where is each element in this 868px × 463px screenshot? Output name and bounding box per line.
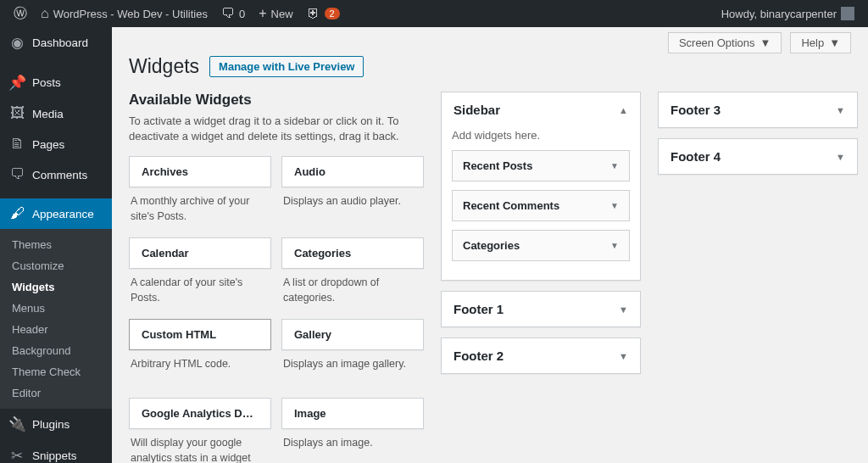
placed-recent-posts[interactable]: Recent Posts▼ — [452, 150, 630, 181]
site-name-link[interactable]: ⌂WordPress - Web Dev - Utilities — [34, 0, 214, 27]
top-actions: Screen Options▼ Help▼ — [129, 27, 851, 53]
widget-gallery[interactable]: Gallery — [281, 319, 424, 350]
menu-pages[interactable]: 🗎Pages — [0, 129, 112, 159]
chevron-down-icon: ▼ — [610, 161, 619, 170]
widget-categories-desc: A list or dropdown of categories. — [281, 269, 424, 309]
submenu-menus[interactable]: Menus — [0, 298, 112, 319]
widgets-columns: Available Widgets To activate a widget d… — [129, 92, 851, 463]
area-sidebar: Sidebar ▲ Add widgets here. Recent Posts… — [441, 92, 641, 281]
widget-audio-desc: Displays an audio player. — [281, 187, 424, 225]
shield-icon: ⛨ — [307, 7, 320, 20]
area-sidebar-header[interactable]: Sidebar ▲ — [442, 92, 640, 127]
chevron-up-icon: ▲ — [619, 105, 628, 115]
available-widgets-grid: Archives A monthly archive of your site'… — [129, 156, 424, 463]
screen-options-button[interactable]: Screen Options▼ — [668, 32, 782, 53]
chevron-down-icon: ▼ — [619, 304, 628, 315]
available-desc: To activate a widget drag it to a sideba… — [129, 114, 424, 144]
widget-custom-html[interactable]: Custom HTML — [129, 319, 271, 350]
available-title: Available Widgets — [129, 92, 424, 109]
area-footer2: Footer 2▼ — [441, 337, 641, 374]
chevron-down-icon: ▼ — [610, 241, 619, 250]
updates-badge: 2 — [325, 8, 340, 20]
widget-archives-desc: A monthly archive of your site's Posts. — [129, 187, 271, 227]
menu-comments[interactable]: 🗨Comments — [0, 159, 112, 190]
area-footer2-header[interactable]: Footer 2▼ — [442, 338, 640, 373]
chevron-down-icon: ▼ — [610, 201, 619, 210]
howdy-text: Howdy, binarycarpenter — [721, 8, 837, 20]
menu-snippets[interactable]: ✂Snippets — [0, 440, 112, 463]
submenu-background[interactable]: Background — [0, 340, 112, 361]
site-name-text: WordPress - Web Dev - Utilities — [53, 8, 208, 20]
area-footer3: Footer 3▼ — [658, 92, 858, 128]
widget-google-analytics-desc: Will display your google analytics stats… — [129, 429, 271, 463]
widget-custom-html-desc: Arbitrary HTML code. — [129, 350, 271, 388]
chevron-down-icon: ▼ — [836, 105, 845, 115]
widget-areas-column-2: Footer 3▼ Footer 4▼ — [658, 92, 858, 185]
comments-count: 0 — [239, 8, 245, 20]
area-footer4-header[interactable]: Footer 4▼ — [659, 139, 857, 174]
howdy-link[interactable]: Howdy, binarycarpenter — [715, 0, 861, 27]
widget-archives[interactable]: Archives — [129, 156, 271, 187]
appearance-submenu: Themes Customize Widgets Menus Header Ba… — [0, 229, 112, 409]
widget-gallery-desc: Displays an image gallery. — [281, 350, 424, 388]
pin-icon: 📌 — [8, 74, 25, 92]
widget-areas-column-1: Sidebar ▲ Add widgets here. Recent Posts… — [441, 92, 641, 384]
submenu-editor[interactable]: Editor — [0, 382, 112, 404]
available-widgets-column: Available Widgets To activate a widget d… — [129, 92, 424, 463]
widget-audio[interactable]: Audio — [281, 156, 424, 187]
menu-plugins[interactable]: 🔌Plugins — [0, 409, 112, 440]
menu-appearance[interactable]: 🖌Appearance — [0, 198, 112, 229]
placed-categories[interactable]: Categories▼ — [452, 230, 630, 261]
avatar — [841, 7, 854, 20]
home-icon: ⌂ — [41, 7, 49, 20]
scissors-icon: ✂ — [8, 447, 25, 463]
updates-link[interactable]: ⛨2 — [300, 0, 347, 27]
main-content: Screen Options▼ Help▼ Widgets Manage wit… — [112, 27, 868, 463]
submenu-customize[interactable]: Customize — [0, 255, 112, 276]
area-sidebar-body: Add widgets here. Recent Posts▼ Recent C… — [442, 127, 640, 280]
area-footer1-header[interactable]: Footer 1▼ — [442, 292, 640, 326]
widget-calendar-desc: A calendar of your site's Posts. — [129, 269, 271, 309]
page-icon: 🗎 — [8, 136, 25, 153]
help-button[interactable]: Help▼ — [790, 32, 851, 53]
admin-sidebar: ◉Dashboard 📌Posts 🖾Media 🗎Pages 🗨Comment… — [0, 27, 112, 463]
submenu-theme-check[interactable]: Theme Check — [0, 361, 112, 382]
new-content-link[interactable]: +New — [252, 0, 299, 27]
chevron-down-icon: ▼ — [619, 351, 628, 361]
widget-image-desc: Displays an image. — [281, 429, 424, 463]
admin-bar-right: Howdy, binarycarpenter — [715, 0, 861, 27]
wp-logo[interactable]: ⓦ — [7, 0, 34, 27]
widget-google-analytics[interactable]: Google Analytics Dashb… — [129, 398, 271, 429]
menu-posts[interactable]: 📌Posts — [0, 67, 112, 98]
admin-bar: ⓦ ⌂WordPress - Web Dev - Utilities 🗨0 +N… — [0, 0, 868, 27]
admin-bar-left: ⓦ ⌂WordPress - Web Dev - Utilities 🗨0 +N… — [7, 0, 347, 27]
submenu-widgets[interactable]: Widgets — [0, 276, 112, 298]
page-title: Widgets — [129, 55, 199, 78]
plus-icon: + — [259, 7, 266, 20]
placed-recent-comments[interactable]: Recent Comments▼ — [452, 190, 630, 221]
chevron-down-icon: ▼ — [760, 36, 771, 49]
chevron-down-icon: ▼ — [836, 152, 845, 162]
submenu-themes[interactable]: Themes — [0, 234, 112, 255]
live-preview-button[interactable]: Manage with Live Preview — [209, 56, 364, 77]
widget-categories[interactable]: Categories — [281, 237, 424, 269]
dashboard-icon: ◉ — [8, 34, 25, 52]
comments-link[interactable]: 🗨0 — [214, 0, 252, 27]
menu-media[interactable]: 🖾Media — [0, 98, 112, 129]
media-icon: 🖾 — [8, 105, 25, 122]
submenu-header[interactable]: Header — [0, 319, 112, 340]
wordpress-icon: ⓦ — [14, 7, 27, 20]
menu-dashboard[interactable]: ◉Dashboard — [0, 27, 112, 59]
area-footer1: Footer 1▼ — [441, 291, 641, 327]
widget-image[interactable]: Image — [281, 398, 424, 429]
new-label: New — [271, 8, 293, 20]
area-footer3-header[interactable]: Footer 3▼ — [659, 92, 857, 127]
widget-calendar[interactable]: Calendar — [129, 237, 271, 269]
area-sidebar-hint: Add widgets here. — [452, 127, 630, 150]
plug-icon: 🔌 — [8, 416, 25, 433]
page-heading: Widgets Manage with Live Preview — [129, 55, 851, 78]
area-sidebar-title: Sidebar — [453, 103, 500, 117]
area-footer4: Footer 4▼ — [658, 138, 858, 175]
chevron-down-icon: ▼ — [829, 36, 840, 49]
brush-icon: 🖌 — [8, 205, 25, 222]
